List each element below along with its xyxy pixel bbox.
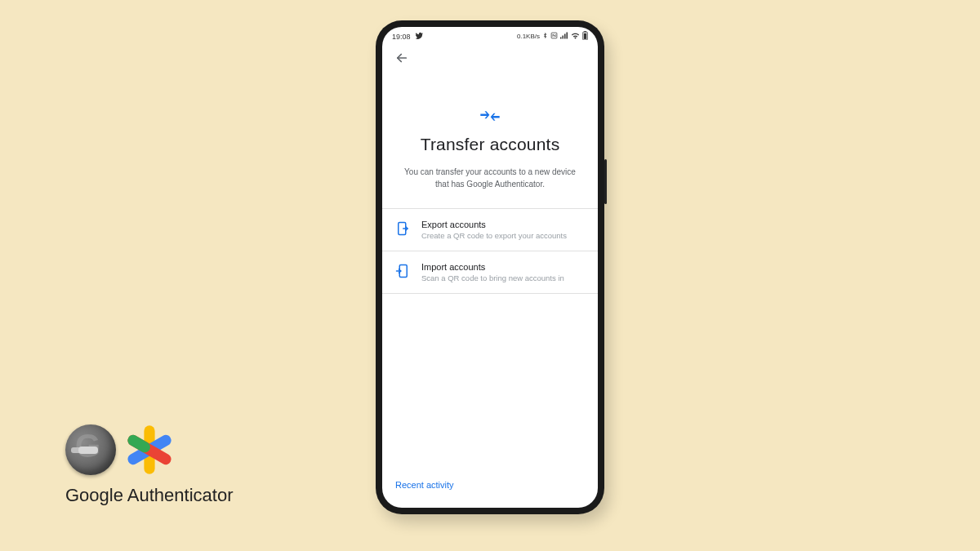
app-bar <box>382 43 598 69</box>
page-title: Transfer accounts <box>382 135 598 154</box>
svg-rect-3 <box>564 34 566 39</box>
import-title: Import accounts <box>421 262 564 272</box>
page-description: You can transfer your accounts to a new … <box>382 166 598 190</box>
export-title: Export accounts <box>421 220 567 229</box>
status-left: 19:08 <box>392 32 423 42</box>
phone-side-button <box>604 159 607 204</box>
svg-rect-4 <box>567 33 568 39</box>
export-accounts-option[interactable]: Export accounts Create a QR code to expo… <box>382 208 598 251</box>
network-speed: 0.1KB/s <box>517 33 540 40</box>
import-accounts-option[interactable]: Import accounts Scan a QR code to bring … <box>382 251 598 294</box>
svg-rect-2 <box>563 36 564 39</box>
status-time: 19:08 <box>392 33 411 41</box>
wifi-icon <box>571 32 580 41</box>
export-icon <box>395 221 410 236</box>
import-subtitle: Scan a QR code to bring new accounts in <box>421 273 564 282</box>
footer: Recent activity <box>382 465 598 508</box>
twitter-notification-icon <box>415 32 423 42</box>
status-right: 0.1KB/s <box>517 31 588 42</box>
nfc-icon <box>550 32 558 41</box>
battery-icon <box>582 31 588 42</box>
authenticator-new-icon <box>122 423 176 477</box>
svg-rect-6 <box>584 31 586 32</box>
status-bar: 19:08 0.1KB/s <box>382 27 598 43</box>
brand-block: Google Authenticator <box>65 423 233 506</box>
authenticator-old-icon <box>65 424 116 475</box>
brand-icons <box>65 423 176 477</box>
phone-frame: 19:08 0.1KB/s <box>376 20 604 514</box>
export-subtitle: Create a QR code to export your accounts <box>421 231 567 240</box>
recent-activity-link[interactable]: Recent activity <box>395 480 454 490</box>
back-button[interactable] <box>394 50 410 66</box>
brand-label: Google Authenticator <box>65 485 233 506</box>
transfer-arrows-icon <box>382 109 598 123</box>
bluetooth-icon <box>542 32 548 41</box>
import-icon <box>395 264 410 278</box>
signal-icon <box>560 32 568 41</box>
svg-rect-7 <box>584 33 586 39</box>
svg-rect-1 <box>560 38 562 39</box>
main-content: Transfer accounts You can transfer your … <box>382 69 598 465</box>
phone-screen: 19:08 0.1KB/s <box>382 27 598 508</box>
